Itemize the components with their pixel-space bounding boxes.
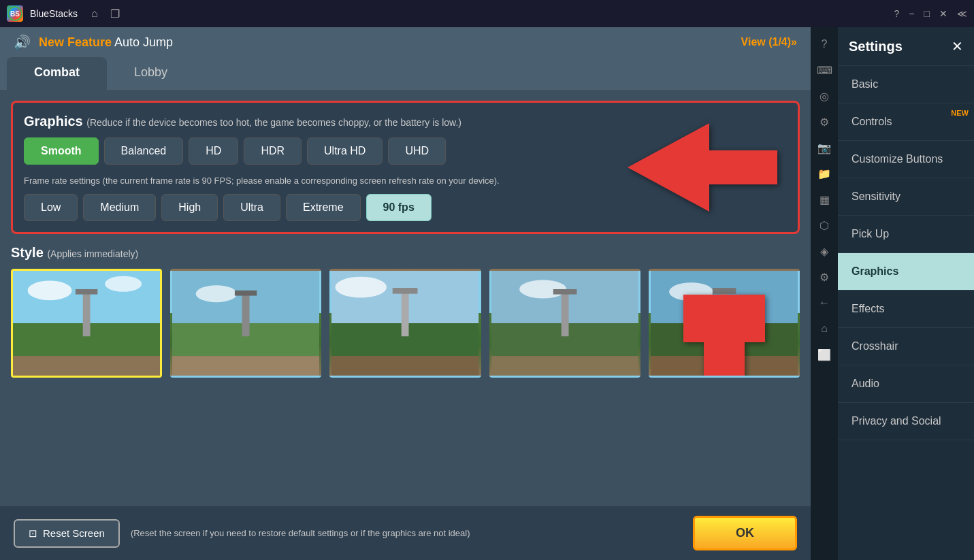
quality-hd[interactable]: HD: [189, 137, 238, 165]
svg-rect-33: [713, 288, 736, 294]
reset-icon: ⊡: [29, 527, 37, 540]
svg-rect-24: [491, 356, 638, 376]
speaker-icon: 🔊: [14, 34, 31, 50]
fps-high[interactable]: High: [161, 194, 218, 221]
feature-text: New Feature Auto Jump: [39, 35, 173, 50]
svg-text:BS: BS: [10, 10, 20, 18]
side-icon-camera[interactable]: 📷: [813, 136, 836, 159]
style-image-1[interactable]: [11, 269, 162, 378]
style-title: Style (Applies immediately): [11, 245, 800, 261]
svg-rect-21: [393, 288, 418, 294]
maximize-icon[interactable]: □: [924, 8, 930, 19]
sidebar-item-privacy-social[interactable]: Privacy and Social: [838, 403, 974, 440]
sidebar-header: Settings ✕: [838, 27, 974, 66]
svg-point-7: [105, 276, 142, 292]
fps-medium[interactable]: Medium: [83, 194, 156, 221]
sidebar-item-pickup[interactable]: Pick Up: [838, 216, 974, 253]
graphics-subtitle: (Reduce if the device becomes too hot, t…: [86, 117, 461, 128]
tab-combat[interactable]: Combat: [7, 57, 107, 90]
side-icon-screen[interactable]: ⬜: [813, 343, 836, 366]
reset-screen-button[interactable]: ⊡ Reset Screen: [14, 519, 120, 548]
app-logo: BS: [7, 5, 23, 22]
minimize-icon[interactable]: −: [909, 8, 914, 19]
quality-hdr[interactable]: HDR: [244, 137, 302, 165]
side-icon-home[interactable]: ⌂: [813, 317, 836, 340]
svg-rect-9: [76, 289, 97, 295]
svg-rect-20: [402, 289, 409, 336]
reset-desc: (Reset the screen if you need to restore…: [131, 528, 682, 538]
back-icon[interactable]: ≪: [957, 8, 967, 19]
reset-label: Reset Screen: [43, 527, 105, 539]
sidebar-item-effects[interactable]: Effects: [838, 291, 974, 328]
bottom-bar: ⊡ Reset Screen (Reset the screen if you …: [0, 506, 811, 560]
content-area: 🔊 New Feature Auto Jump View (1/4)» Comb…: [0, 27, 811, 560]
fps-ultra[interactable]: Ultra: [223, 194, 280, 221]
ok-button[interactable]: OK: [693, 516, 797, 550]
titlebar-nav-icons: ⌂ ❐: [91, 7, 120, 20]
side-icon-settings1[interactable]: ⚙: [813, 110, 836, 133]
svg-point-13: [196, 285, 238, 302]
svg-rect-26: [561, 291, 568, 336]
quality-ultrahd[interactable]: Ultra HD: [307, 137, 383, 165]
svg-rect-18: [331, 356, 478, 376]
sidebar-close-button[interactable]: ✕: [952, 38, 963, 54]
svg-marker-34: [683, 295, 765, 378]
side-icon-target[interactable]: ◎: [813, 84, 836, 108]
svg-marker-2: [628, 123, 777, 212]
side-icon-folder[interactable]: 📁: [813, 162, 836, 185]
titlebar-controls: ? − □ ✕ ≪: [894, 8, 967, 19]
svg-point-6: [28, 280, 72, 300]
view-button[interactable]: View (1/4)»: [741, 36, 797, 48]
tab-lobby[interactable]: Lobby: [107, 57, 195, 90]
new-feature-label: New Feature: [39, 35, 112, 49]
style-subtitle: (Applies immediately): [47, 248, 138, 259]
style-image-3[interactable]: [329, 269, 481, 378]
sidebar-item-audio[interactable]: Audio: [838, 365, 974, 403]
svg-rect-8: [83, 291, 91, 336]
main-layout: 🔊 New Feature Auto Jump View (1/4)» Comb…: [0, 27, 974, 560]
side-icon-back[interactable]: ←: [813, 291, 836, 314]
svg-point-19: [336, 277, 387, 298]
arrow-left-icon: [628, 123, 777, 212]
svg-rect-27: [553, 289, 577, 295]
side-icon-grid[interactable]: ▦: [813, 188, 836, 211]
side-icon-keyboard[interactable]: ⌨: [813, 59, 836, 82]
sidebar-item-controls[interactable]: Controls NEW: [838, 103, 974, 141]
close-icon[interactable]: ✕: [939, 8, 947, 19]
sidebar-item-sensitivity[interactable]: Sensitivity: [838, 178, 974, 216]
window-icon[interactable]: ❐: [110, 7, 120, 20]
sidebar-item-crosshair[interactable]: Crosshair: [838, 328, 974, 365]
fps-low[interactable]: Low: [24, 194, 78, 221]
quality-smooth[interactable]: Smooth: [24, 137, 99, 165]
titlebar: BS BlueStacks ⌂ ❐ ? − □ ✕ ≪: [0, 0, 974, 27]
main-content: Graphics (Reduce if the device becomes t…: [0, 90, 811, 506]
controls-new-badge: NEW: [951, 109, 969, 117]
feature-banner: 🔊 New Feature Auto Jump View (1/4)»: [0, 27, 811, 57]
sidebar-item-basic[interactable]: Basic: [838, 66, 974, 103]
svg-rect-5: [13, 356, 160, 376]
fps-90[interactable]: 90 fps: [366, 194, 432, 221]
style-image-4[interactable]: [489, 269, 640, 378]
side-icon-hex[interactable]: ⬡: [813, 214, 836, 237]
svg-rect-15: [235, 291, 257, 296]
quality-balanced[interactable]: Balanced: [104, 137, 184, 165]
arrow-down-icon: [683, 295, 765, 378]
sidebar-item-graphics[interactable]: Graphics: [838, 253, 974, 291]
quality-uhd[interactable]: UHD: [388, 137, 446, 165]
help-icon[interactable]: ?: [894, 8, 900, 19]
side-icon-strip: ? ⌨ ◎ ⚙ 📷 📁 ▦ ⬡ ◈ ⚙ ← ⌂ ⬜: [811, 27, 838, 560]
home-icon[interactable]: ⌂: [91, 7, 98, 20]
sidebar: Settings ✕ Basic Controls NEW Customize …: [838, 27, 974, 560]
tabs-bar: Combat Lobby: [0, 57, 811, 90]
sidebar-title: Settings: [849, 39, 903, 54]
svg-rect-14: [242, 292, 250, 336]
side-icon-settings2[interactable]: ⚙: [813, 265, 836, 289]
side-icon-diamond[interactable]: ◈: [813, 240, 836, 263]
style-image-5[interactable]: [649, 269, 800, 378]
style-images: [11, 269, 800, 378]
app-title: BlueStacks: [30, 8, 78, 19]
fps-extreme[interactable]: Extreme: [286, 194, 361, 221]
style-image-2[interactable]: [170, 269, 321, 378]
side-icon-help[interactable]: ?: [813, 33, 836, 56]
sidebar-item-customize-buttons[interactable]: Customize Buttons: [838, 141, 974, 178]
